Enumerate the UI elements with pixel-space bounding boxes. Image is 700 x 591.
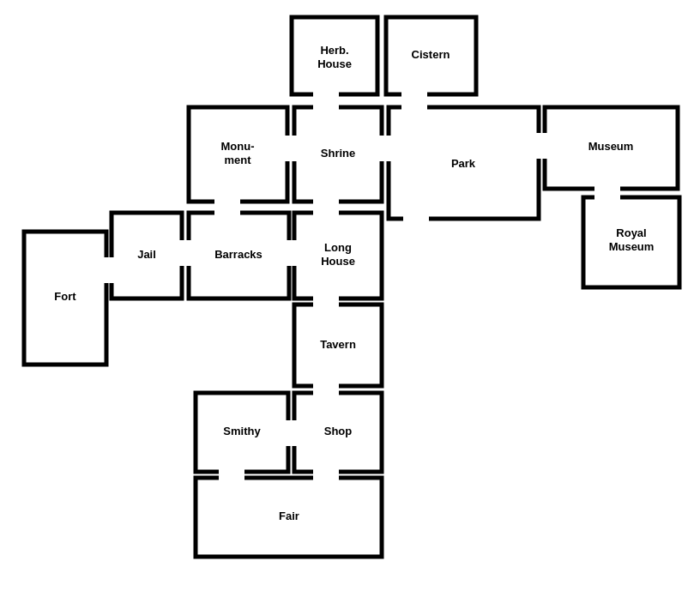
svg-text:Park: Park	[451, 157, 476, 170]
svg-rect-41	[214, 199, 240, 217]
svg-rect-50	[219, 467, 244, 485]
svg-rect-47	[313, 296, 339, 311]
svg-text:Monu-: Monu-	[221, 140, 255, 153]
svg-text:Museum: Museum	[588, 140, 634, 153]
svg-rect-38	[377, 136, 395, 161]
svg-text:Museum: Museum	[609, 240, 655, 253]
svg-text:Cistern: Cistern	[412, 48, 450, 61]
svg-text:Tavern: Tavern	[320, 338, 356, 351]
svg-text:Barracks: Barracks	[214, 248, 262, 261]
svg-rect-37	[283, 136, 301, 161]
svg-rect-43	[178, 240, 196, 266]
svg-text:Herb.: Herb.	[320, 44, 348, 57]
svg-rect-48	[313, 382, 339, 400]
svg-rect-45	[403, 214, 429, 232]
svg-text:House: House	[317, 57, 352, 70]
svg-text:Shop: Shop	[324, 425, 353, 437]
svg-rect-51	[313, 467, 339, 485]
map-container: text { font-family: Arial, sans-serif; f…	[0, 0, 700, 591]
svg-rect-36	[313, 92, 339, 107]
svg-rect-40	[534, 133, 552, 159]
svg-text:Long: Long	[324, 241, 352, 254]
svg-text:Fair: Fair	[279, 510, 299, 522]
svg-rect-39	[313, 199, 339, 217]
svg-text:Royal: Royal	[616, 226, 646, 239]
svg-text:Jail: Jail	[137, 248, 156, 261]
svg-rect-44	[100, 257, 118, 283]
svg-text:Shrine: Shrine	[321, 147, 355, 160]
svg-text:Fort: Fort	[54, 290, 76, 303]
svg-rect-42	[283, 240, 301, 266]
svg-rect-49	[283, 420, 301, 446]
svg-rect-46	[594, 186, 620, 204]
svg-text:Smithy: Smithy	[223, 425, 261, 437]
svg-text:ment: ment	[224, 154, 251, 166]
svg-rect-35	[401, 92, 427, 110]
svg-text:House: House	[321, 255, 355, 268]
